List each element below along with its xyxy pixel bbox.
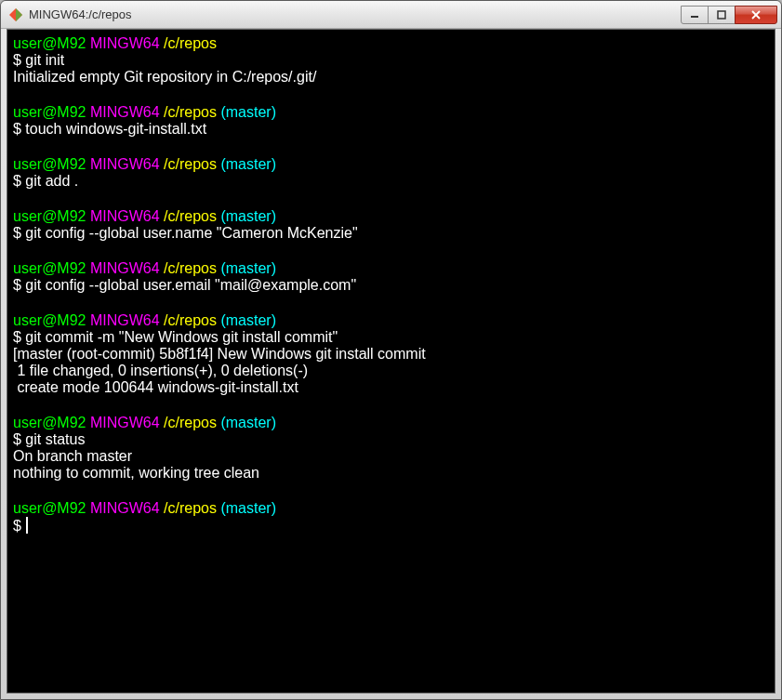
prompt-symbol: $ (13, 52, 25, 68)
prompt-env: MINGW64 (90, 104, 160, 120)
prompt-line: user@M92 MINGW64 /c/repos (13, 35, 769, 52)
command-text: git config --global user.email "mail@exa… (25, 277, 356, 293)
output-line: [master (root-commit) 5b8f1f4] New Windo… (13, 346, 769, 363)
prompt-path: /c/repos (164, 156, 217, 172)
prompt-user: user@M92 (13, 104, 86, 120)
minimize-button[interactable] (681, 6, 709, 24)
maximize-button[interactable] (708, 6, 736, 24)
prompt-branch: (master) (220, 156, 276, 172)
prompt-path: /c/repos (164, 104, 217, 120)
command-text: touch windows-git-install.txt (25, 121, 206, 137)
prompt-path: /c/repos (164, 35, 217, 51)
prompt-line: user@M92 MINGW64 /c/repos (master) (13, 312, 769, 329)
output-line: 1 file changed, 0 insertions(+), 0 delet… (13, 363, 769, 379)
cursor (26, 517, 28, 534)
prompt-env: MINGW64 (90, 415, 160, 430)
prompt-symbol: $ (13, 518, 25, 534)
minimize-icon (690, 10, 699, 20)
prompt-env: MINGW64 (90, 35, 160, 51)
prompt-user: user@M92 (13, 156, 86, 172)
prompt-path: /c/repos (164, 208, 217, 224)
command-line: $ git config --global user.name "Cameron… (13, 225, 769, 242)
terminal-frame: user@M92 MINGW64 /c/repos$ git initIniti… (7, 29, 775, 693)
blank-line (13, 86, 769, 104)
svg-rect-1 (718, 11, 725, 19)
prompt-path: /c/repos (164, 500, 217, 516)
command-line: $ git status (13, 431, 769, 448)
command-line: $ git add . (13, 173, 769, 190)
output-line: Initialized empty Git repository in C:/r… (13, 69, 769, 86)
prompt-user: user@M92 (13, 35, 86, 51)
prompt-path: /c/repos (164, 415, 217, 430)
window-controls (682, 6, 777, 24)
prompt-user: user@M92 (13, 260, 86, 276)
command-text: git add . (25, 173, 78, 189)
output-line: On branch master (13, 448, 769, 465)
command-line: $ touch windows-git-install.txt (13, 121, 769, 138)
prompt-user: user@M92 (13, 312, 86, 328)
command-line: $ git commit -m "New Windows git install… (13, 329, 769, 346)
blank-line (13, 294, 769, 312)
command-text: git init (25, 52, 64, 68)
output-line: nothing to commit, working tree clean (13, 465, 769, 482)
close-icon (750, 10, 762, 20)
prompt-user: user@M92 (13, 208, 86, 224)
prompt-symbol: $ (13, 121, 25, 137)
command-text: git status (25, 431, 85, 447)
blank-line (13, 482, 769, 500)
command-line: $ git init (13, 52, 769, 69)
prompt-line: user@M92 MINGW64 /c/repos (master) (13, 260, 769, 277)
prompt-branch: (master) (220, 415, 276, 430)
prompt-symbol: $ (13, 225, 25, 241)
prompt-branch: (master) (220, 500, 276, 516)
prompt-user: user@M92 (13, 500, 86, 516)
blank-line (13, 242, 769, 260)
blank-line (13, 138, 769, 156)
prompt-env: MINGW64 (90, 500, 160, 516)
blank-line (13, 190, 769, 208)
command-line: $ git config --global user.email "mail@e… (13, 277, 769, 294)
prompt-symbol: $ (13, 173, 25, 189)
prompt-line: user@M92 MINGW64 /c/repos (master) (13, 415, 769, 431)
prompt-env: MINGW64 (90, 208, 160, 224)
prompt-line: user@M92 MINGW64 /c/repos (master) (13, 208, 769, 225)
prompt-branch: (master) (220, 312, 276, 328)
output-line: create mode 100644 windows-git-install.t… (13, 379, 769, 396)
prompt-symbol: $ (13, 431, 25, 447)
command-text: git config --global user.name "Cameron M… (25, 225, 357, 241)
prompt-path: /c/repos (164, 312, 217, 328)
prompt-env: MINGW64 (90, 260, 160, 276)
prompt-branch: (master) (220, 104, 276, 120)
prompt-env: MINGW64 (90, 312, 160, 328)
maximize-icon (717, 10, 726, 20)
prompt-line: user@M92 MINGW64 /c/repos (master) (13, 104, 769, 121)
prompt-branch: (master) (220, 260, 276, 276)
command-line: $ (13, 517, 769, 535)
prompt-env: MINGW64 (90, 156, 160, 172)
git-bash-window: MINGW64:/c/repos user@M92 MINGW64 /c/rep… (0, 0, 782, 700)
prompt-symbol: $ (13, 329, 25, 345)
app-icon (8, 7, 23, 22)
close-button[interactable] (735, 6, 777, 24)
prompt-line: user@M92 MINGW64 /c/repos (master) (13, 500, 769, 517)
prompt-line: user@M92 MINGW64 /c/repos (master) (13, 156, 769, 173)
prompt-branch: (master) (220, 208, 276, 224)
prompt-user: user@M92 (13, 415, 86, 430)
prompt-path: /c/repos (164, 260, 217, 276)
command-text: git commit -m "New Windows git install c… (25, 329, 338, 345)
terminal[interactable]: user@M92 MINGW64 /c/repos$ git initIniti… (13, 35, 769, 687)
window-title: MINGW64:/c/repos (29, 7, 682, 21)
titlebar[interactable]: MINGW64:/c/repos (1, 1, 781, 29)
prompt-symbol: $ (13, 277, 25, 293)
blank-line (13, 396, 769, 415)
